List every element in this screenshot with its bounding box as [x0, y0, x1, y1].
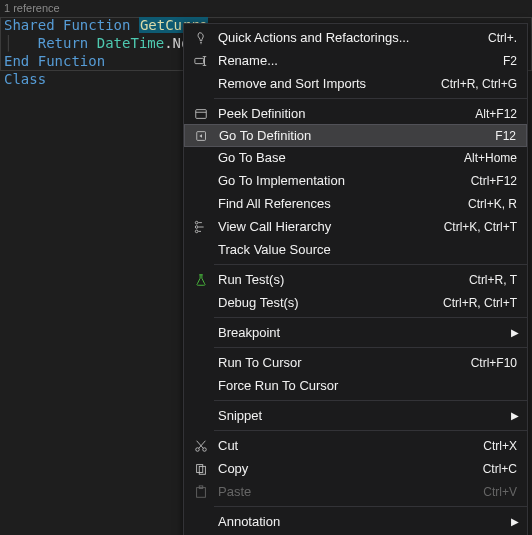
type-name: DateTime: [97, 35, 164, 51]
menu-item-label: Annotation: [212, 514, 521, 529]
cut-icon: [190, 439, 212, 453]
menu-item-shortcut: Ctrl+F10: [471, 356, 521, 370]
menu-item-shortcut: Ctrl+K, R: [468, 197, 521, 211]
menu-item-rename[interactable]: Rename...F2: [184, 49, 527, 72]
hierarchy-icon: [190, 220, 212, 234]
menu-item-label: Snippet: [212, 408, 521, 423]
menu-item-remove-and-sort-imports[interactable]: Remove and Sort ImportsCtrl+R, Ctrl+G: [184, 72, 527, 95]
keyword: Class: [4, 71, 46, 87]
menu-item-label: Quick Actions and Refactorings...: [212, 30, 488, 45]
menu-item-peek-definition[interactable]: Peek DefinitionAlt+F12: [184, 102, 527, 125]
menu-item-copy[interactable]: CopyCtrl+C: [184, 457, 527, 480]
copy-icon: [190, 462, 212, 476]
menu-item-label: Peek Definition: [212, 106, 475, 121]
menu-separator: [214, 98, 527, 99]
menu-separator: [214, 317, 527, 318]
menu-item-shortcut: Ctrl+R, Ctrl+T: [443, 296, 521, 310]
menu-item-annotation[interactable]: Annotation▶: [184, 510, 527, 533]
menu-item-label: Go To Implementation: [212, 173, 471, 188]
peek-icon: [190, 107, 212, 121]
menu-item-label: Rename...: [212, 53, 503, 68]
svg-rect-0: [195, 58, 204, 63]
menu-item-shortcut: Ctrl+X: [483, 439, 521, 453]
menu-item-label: Go To Definition: [213, 128, 495, 143]
menu-item-label: Breakpoint: [212, 325, 521, 340]
svg-rect-1: [196, 109, 207, 118]
menu-item-run-test-s[interactable]: Run Test(s)Ctrl+R, T: [184, 268, 527, 291]
menu-item-label: View Call Hierarchy: [212, 219, 444, 234]
menu-item-label: Run To Cursor: [212, 355, 471, 370]
svg-point-5: [195, 230, 198, 233]
menu-item-shortcut: Ctrl+C: [483, 462, 521, 476]
menu-item-label: Run Test(s): [212, 272, 469, 287]
svg-point-6: [196, 447, 200, 451]
bulb-icon: [190, 31, 212, 45]
menu-item-debug-test-s[interactable]: Debug Test(s)Ctrl+R, Ctrl+T: [184, 291, 527, 314]
menu-item-label: Force Run To Cursor: [212, 378, 521, 393]
submenu-arrow-icon: ▶: [511, 327, 519, 338]
menu-item-force-run-to-cursor[interactable]: Force Run To Cursor: [184, 374, 527, 397]
svg-point-3: [195, 221, 198, 224]
flask-icon: [190, 273, 212, 287]
goto-icon: [191, 129, 213, 143]
menu-item-shortcut: Alt+F12: [475, 107, 521, 121]
menu-item-go-to-base[interactable]: Go To BaseAlt+Home: [184, 146, 527, 169]
rename-icon: [190, 54, 212, 68]
reference-count[interactable]: 1 reference: [4, 2, 60, 14]
menu-item-shortcut: Ctrl+R, Ctrl+G: [441, 77, 521, 91]
svg-point-4: [195, 225, 198, 228]
menu-item-shortcut: Alt+Home: [464, 151, 521, 165]
menu-item-cut[interactable]: CutCtrl+X: [184, 434, 527, 457]
keyword: Shared: [4, 17, 55, 33]
submenu-arrow-icon: ▶: [511, 516, 519, 527]
submenu-arrow-icon: ▶: [511, 410, 519, 421]
menu-item-breakpoint[interactable]: Breakpoint▶: [184, 321, 527, 344]
menu-separator: [214, 347, 527, 348]
menu-item-run-to-cursor[interactable]: Run To CursorCtrl+F10: [184, 351, 527, 374]
menu-item-label: Cut: [212, 438, 483, 453]
menu-item-shortcut: F12: [495, 129, 520, 143]
menu-item-shortcut: Ctrl+.: [488, 31, 521, 45]
menu-item-shortcut: Ctrl+R, T: [469, 273, 521, 287]
menu-item-label: Track Value Source: [212, 242, 521, 257]
menu-item-label: Paste: [212, 484, 483, 499]
menu-item-label: Copy: [212, 461, 483, 476]
menu-item-label: Debug Test(s): [212, 295, 443, 310]
menu-item-go-to-definition[interactable]: Go To DefinitionF12: [184, 124, 527, 147]
menu-item-label: Remove and Sort Imports: [212, 76, 441, 91]
svg-rect-10: [197, 487, 206, 497]
menu-item-snippet[interactable]: Snippet▶: [184, 404, 527, 427]
menu-item-view-call-hierarchy[interactable]: View Call HierarchyCtrl+K, Ctrl+T: [184, 215, 527, 238]
paste-icon: [190, 485, 212, 499]
menu-item-label: Go To Base: [212, 150, 464, 165]
menu-item-track-value-source[interactable]: Track Value Source: [184, 238, 527, 261]
menu-item-shortcut: Ctrl+F12: [471, 174, 521, 188]
svg-point-7: [203, 447, 207, 451]
keyword: Return: [38, 35, 89, 51]
context-menu: Quick Actions and Refactorings...Ctrl+.R…: [183, 23, 528, 535]
menu-separator: [214, 264, 527, 265]
menu-item-quick-actions-and-refactorings[interactable]: Quick Actions and Refactorings...Ctrl+.: [184, 26, 527, 49]
menu-separator: [214, 400, 527, 401]
menu-item-shortcut: Ctrl+K, Ctrl+T: [444, 220, 521, 234]
menu-item-go-to-implementation[interactable]: Go To ImplementationCtrl+F12: [184, 169, 527, 192]
menu-item-shortcut: F2: [503, 54, 521, 68]
menu-item-shortcut: Ctrl+V: [483, 485, 521, 499]
menu-item-paste: PasteCtrl+V: [184, 480, 527, 503]
menu-separator: [214, 430, 527, 431]
keyword: End Function: [4, 53, 105, 69]
keyword: Function: [63, 17, 130, 33]
menu-item-label: Find All References: [212, 196, 468, 211]
menu-item-find-all-references[interactable]: Find All ReferencesCtrl+K, R: [184, 192, 527, 215]
menu-separator: [214, 506, 527, 507]
